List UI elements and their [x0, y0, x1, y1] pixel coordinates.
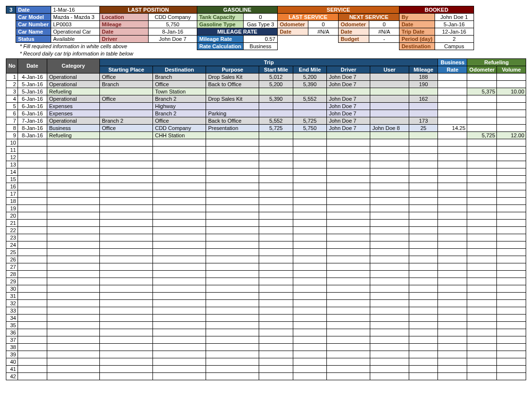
cell-empty[interactable] [206, 146, 259, 153]
cell-empty[interactable] [18, 321, 47, 329]
cell-start-mile[interactable]: 5,012 [259, 73, 293, 80]
cell-empty[interactable] [438, 153, 467, 161]
cell-empty[interactable] [467, 190, 497, 197]
cell-empty[interactable] [293, 372, 326, 380]
cell-mileage[interactable]: 162 [409, 95, 438, 102]
cell-empty[interactable] [47, 248, 99, 256]
cell-empty[interactable] [438, 358, 467, 365]
table-row[interactable]: 22 [6, 226, 526, 234]
cell-empty[interactable] [100, 241, 153, 248]
cell-empty[interactable] [206, 321, 259, 329]
cell-empty[interactable] [259, 299, 293, 307]
cell-empty[interactable] [327, 153, 370, 161]
cell-empty[interactable] [467, 278, 497, 285]
cell-empty[interactable] [18, 365, 47, 372]
cell-empty[interactable] [293, 329, 326, 336]
cell-empty[interactable] [327, 241, 370, 248]
cell-empty[interactable] [409, 314, 438, 321]
cell-empty[interactable] [153, 321, 206, 329]
cell-empty[interactable] [47, 307, 99, 314]
cell-start-place[interactable]: Branch 2 [100, 117, 153, 124]
cell-empty[interactable] [370, 153, 409, 161]
cell-empty[interactable] [327, 307, 370, 314]
cell-empty[interactable] [497, 212, 526, 219]
cell-rate[interactable] [438, 95, 467, 102]
table-row[interactable]: 10 [6, 139, 526, 146]
cell-empty[interactable] [206, 343, 259, 351]
cell-empty[interactable] [153, 226, 206, 234]
cell-empty[interactable] [293, 226, 326, 234]
cell-empty[interactable] [18, 204, 47, 212]
cell-destination[interactable]: Highway [153, 102, 206, 110]
cell-empty[interactable] [47, 183, 99, 190]
cell-odometer[interactable] [467, 110, 497, 117]
cell-empty[interactable] [327, 343, 370, 351]
cell-empty[interactable] [206, 168, 259, 175]
cell-empty[interactable] [409, 241, 438, 248]
cell-date[interactable]: 6-Jan-16 [18, 110, 47, 117]
cell-empty[interactable] [327, 190, 370, 197]
cell-empty[interactable] [467, 226, 497, 234]
cell-no[interactable]: 12 [6, 153, 18, 161]
cell-user[interactable] [370, 80, 409, 88]
cell-empty[interactable] [206, 365, 259, 372]
cell-empty[interactable] [438, 168, 467, 175]
cell-empty[interactable] [370, 336, 409, 343]
cell-empty[interactable] [153, 278, 206, 285]
cell-no[interactable]: 10 [6, 139, 18, 146]
cell-empty[interactable] [18, 285, 47, 292]
cell-empty[interactable] [206, 219, 259, 226]
cell-empty[interactable] [409, 175, 438, 183]
cell-empty[interactable] [370, 175, 409, 183]
cell-purpose[interactable]: Back to Office [206, 80, 259, 88]
cell-empty[interactable] [327, 372, 370, 380]
cell-empty[interactable] [206, 372, 259, 380]
car-model[interactable]: Mazda - Mazda 3 [51, 14, 99, 21]
cell-empty[interactable] [153, 139, 206, 146]
cell-empty[interactable] [467, 292, 497, 299]
cell-empty[interactable] [370, 343, 409, 351]
cell-end-mile[interactable] [293, 131, 326, 139]
cell-no[interactable]: 24 [6, 241, 18, 248]
cell-empty[interactable] [370, 358, 409, 365]
cell-empty[interactable] [206, 278, 259, 285]
cell-empty[interactable] [467, 248, 497, 256]
cell-empty[interactable] [293, 285, 326, 292]
table-row[interactable]: 14 [6, 168, 526, 175]
table-row[interactable]: 31 [6, 292, 526, 299]
cell-empty[interactable] [206, 226, 259, 234]
cell-destination[interactable]: Office [153, 80, 206, 88]
cell-empty[interactable] [409, 248, 438, 256]
cell-rate[interactable] [438, 110, 467, 117]
cell-empty[interactable] [438, 248, 467, 256]
cell-category[interactable]: Expenses [47, 102, 99, 110]
cell-empty[interactable] [259, 212, 293, 219]
cell-driver[interactable]: John Doe 7 [327, 117, 370, 124]
cell-volume[interactable] [497, 102, 526, 110]
cell-empty[interactable] [100, 219, 153, 226]
cell-empty[interactable] [497, 168, 526, 175]
cell-date[interactable]: 5-Jan-16 [18, 88, 47, 95]
cell-empty[interactable] [47, 321, 99, 329]
cell-empty[interactable] [293, 197, 326, 204]
cell-empty[interactable] [293, 161, 326, 168]
cell-empty[interactable] [327, 226, 370, 234]
cell-empty[interactable] [370, 146, 409, 153]
cell-empty[interactable] [18, 256, 47, 263]
cell-empty[interactable] [293, 299, 326, 307]
cell-driver[interactable]: John Doe 7 [327, 110, 370, 117]
cell-purpose[interactable] [206, 131, 259, 139]
cell-empty[interactable] [370, 321, 409, 329]
cell-driver[interactable]: John Doe 7 [327, 95, 370, 102]
cell-empty[interactable] [153, 314, 206, 321]
cell-start-place[interactable] [100, 110, 153, 117]
cell-empty[interactable] [467, 241, 497, 248]
car-number[interactable]: LP0003 [51, 21, 99, 28]
cell-start-mile[interactable] [259, 88, 293, 95]
cell-start-place[interactable] [100, 102, 153, 110]
cell-empty[interactable] [18, 197, 47, 204]
cell-empty[interactable] [327, 139, 370, 146]
table-row[interactable]: 42 [6, 372, 526, 380]
cell-empty[interactable] [370, 278, 409, 285]
cell-empty[interactable] [100, 190, 153, 197]
